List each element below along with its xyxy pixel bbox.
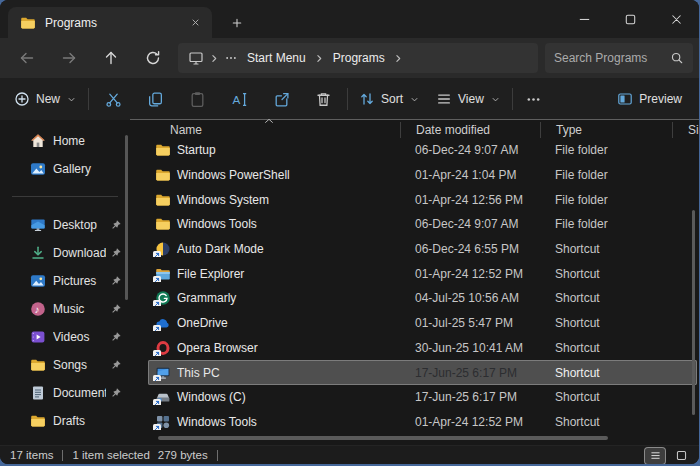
sidebar-divider [12, 196, 118, 197]
shortcut-arrow-icon [153, 424, 161, 430]
statusbar-divider [62, 450, 63, 461]
file-name: OneDrive [177, 316, 228, 330]
sidebar-item-gallery[interactable]: Gallery [0, 155, 130, 183]
sidebar-item-desktop[interactable]: Desktop [0, 211, 130, 239]
list-vertical-scrollbar[interactable] [692, 210, 695, 415]
close-button[interactable] [653, 0, 699, 38]
chevron-right-icon[interactable] [208, 52, 221, 65]
file-row-file-explorer[interactable]: File Explorer 01-Apr-24 12:52 PM Shortcu… [148, 261, 697, 286]
refresh-button[interactable] [138, 43, 168, 73]
statusbar-divider [217, 450, 218, 461]
pin-icon [110, 303, 122, 315]
sidebar-item-songs[interactable]: Songs [0, 351, 130, 379]
rename-button[interactable]: A [218, 83, 260, 115]
address-bar[interactable]: Start Menu Programs [178, 43, 538, 73]
content-area: Home Gallery Desktop Downloads Pictures … [0, 120, 699, 445]
paste-button[interactable] [176, 83, 218, 115]
shortcut-arrow-icon [153, 300, 161, 306]
file-type: File folder [540, 193, 672, 207]
delete-button[interactable] [302, 83, 344, 115]
this-pc-location-icon[interactable] [188, 50, 204, 66]
copy-button[interactable] [134, 83, 176, 115]
chevron-right-icon[interactable] [313, 52, 326, 65]
file-row-windows-powershell[interactable]: Windows PowerShell 01-Apr-24 1:04 PM Fil… [148, 163, 697, 188]
file-type: Shortcut [540, 390, 672, 404]
new-button[interactable]: New [6, 83, 85, 115]
file-row-windows-tools[interactable]: Windows Tools 06-Dec-24 9:07 AM File fol… [148, 212, 697, 237]
tab-programs[interactable]: Programs [8, 7, 212, 38]
new-tab-button[interactable] [226, 12, 248, 34]
column-header-type[interactable]: Type [540, 122, 672, 138]
shortcut-arrow-icon [153, 375, 161, 381]
column-header-size[interactable]: Si [672, 122, 699, 138]
file-row-auto-dark-mode[interactable]: Auto Dark Mode 06-Dec-24 6:55 PM Shortcu… [148, 237, 697, 262]
folder-icon [30, 357, 46, 373]
details-view-button[interactable] [645, 448, 665, 464]
file-rows: Startup 06-Dec-24 9:07 AM File folder Wi… [130, 138, 699, 434]
sidebar-item-label: Songs [53, 358, 106, 372]
file-row-windows-tools[interactable]: Windows Tools 01-Apr-24 12:52 PM Shortcu… [148, 410, 697, 435]
sort-button[interactable]: Sort [351, 83, 428, 115]
file-type: Shortcut [540, 291, 672, 305]
share-button[interactable] [260, 83, 302, 115]
breadcrumb-overflow-icon[interactable] [224, 51, 238, 65]
file-type: Shortcut [540, 267, 672, 281]
search-box[interactable]: Search Programs [545, 43, 693, 73]
items-count: 17 items [10, 449, 53, 461]
file-name: Opera Browser [177, 341, 258, 355]
file-row-this-pc[interactable]: This PC 17-Jun-25 6:17 PM Shortcut [148, 360, 697, 385]
file-name: Windows PowerShell [177, 168, 290, 182]
chevron-down-icon [66, 94, 77, 105]
music-icon: ♪ [30, 301, 46, 317]
file-type: Shortcut [540, 316, 672, 330]
sidebar-scrollbar[interactable] [125, 135, 128, 300]
file-row-onedrive[interactable]: OneDrive 01-Jul-25 5:47 PM Shortcut [148, 311, 697, 336]
column-header-name[interactable]: Name [148, 122, 400, 138]
preview-toggle-button[interactable]: Preview [609, 83, 691, 115]
sidebar-item-videos[interactable]: Videos [0, 323, 130, 351]
file-date-modified: 06-Dec-24 6:55 PM [400, 242, 540, 256]
titlebar: Programs [0, 0, 699, 38]
file-date-modified: 01-Apr-24 12:52 PM [400, 267, 540, 281]
search-icon[interactable] [670, 51, 684, 65]
sidebar-item-documents[interactable]: Documents [0, 379, 130, 407]
cut-icon [105, 91, 122, 108]
downloads-icon [30, 245, 46, 261]
shortcut-arrow-icon [153, 325, 161, 331]
sidebar-item-downloads[interactable]: Downloads [0, 239, 130, 267]
breadcrumb-start-menu[interactable]: Start Menu [241, 51, 312, 65]
cut-button[interactable] [92, 83, 134, 115]
sidebar-item-drafts[interactable]: Drafts [0, 407, 130, 435]
file-row-opera-browser[interactable]: Opera Browser 30-Jun-25 10:41 AM Shortcu… [148, 336, 697, 361]
sidebar-item-music[interactable]: ♪ Music [0, 295, 130, 323]
up-button[interactable] [96, 43, 126, 73]
chevron-right-icon[interactable] [392, 52, 405, 65]
list-horizontal-scrollbar[interactable] [158, 436, 608, 440]
large-icons-view-button[interactable] [671, 448, 691, 464]
file-date-modified: 06-Dec-24 9:07 AM [400, 217, 540, 231]
file-row-startup[interactable]: Startup 06-Dec-24 9:07 AM File folder [148, 138, 697, 163]
thumbnail-view-icon [675, 449, 688, 462]
breadcrumb-programs[interactable]: Programs [327, 51, 391, 65]
shortcut-arrow-icon [153, 399, 161, 405]
column-header-date-modified[interactable]: Date modified [400, 122, 540, 138]
sidebar-item-pictures[interactable]: Pictures [0, 267, 130, 295]
file-row-windows-system[interactable]: Windows System 01-Apr-24 12:56 PM File f… [148, 187, 697, 212]
file-row-grammarly[interactable]: Grammarly 04-Jul-25 10:56 AM Shortcut [148, 286, 697, 311]
maximize-button[interactable] [607, 0, 653, 38]
more-options-button[interactable] [516, 83, 552, 115]
file-row-windows-c[interactable]: Windows (C) 17-Jun-25 6:17 PM Shortcut [148, 385, 697, 410]
minimize-button[interactable] [561, 0, 607, 38]
tab-close-icon[interactable] [186, 14, 204, 32]
shortcut-arrow-icon [153, 350, 161, 356]
back-button[interactable] [12, 43, 42, 73]
svg-text:A: A [232, 92, 240, 105]
selection-count: 1 item selected [72, 449, 149, 461]
view-button[interactable]: View [428, 83, 509, 115]
file-name: Windows Tools [177, 217, 257, 231]
details-view-icon [649, 449, 662, 462]
forward-button[interactable] [54, 43, 84, 73]
file-explorer-window: Programs Start Menu Programs Search Prog… [0, 0, 699, 464]
file-date-modified: 04-Jul-25 10:56 AM [400, 291, 540, 305]
sidebar-item-home[interactable]: Home [0, 127, 130, 155]
